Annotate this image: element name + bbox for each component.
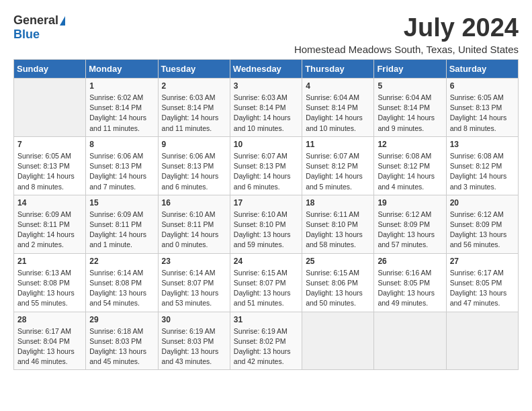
month-title: July 2024 xyxy=(294,13,519,42)
day-info: Sunrise: 6:10 AM Sunset: 8:11 PM Dayligh… xyxy=(162,210,226,250)
header-cell-monday: Monday xyxy=(86,60,158,79)
day-number: 17 xyxy=(234,198,298,208)
day-cell: 27Sunrise: 6:17 AM Sunset: 8:05 PM Dayli… xyxy=(446,253,518,312)
day-info: Sunrise: 6:19 AM Sunset: 8:03 PM Dayligh… xyxy=(162,326,226,367)
day-number: 29 xyxy=(89,315,154,324)
day-cell: 9Sunrise: 6:06 AM Sunset: 8:13 PM Daylig… xyxy=(158,136,230,195)
day-cell xyxy=(446,312,518,370)
day-info: Sunrise: 6:10 AM Sunset: 8:10 PM Dayligh… xyxy=(234,210,298,250)
day-cell: 6Sunrise: 6:05 AM Sunset: 8:13 PM Daylig… xyxy=(446,79,518,137)
calendar-body: 1Sunrise: 6:02 AM Sunset: 8:14 PM Daylig… xyxy=(14,79,519,370)
day-number: 21 xyxy=(17,257,82,266)
day-cell: 26Sunrise: 6:16 AM Sunset: 8:05 PM Dayli… xyxy=(374,253,446,312)
day-number: 28 xyxy=(17,315,82,324)
logo: General Blue xyxy=(13,13,65,42)
day-cell: 11Sunrise: 6:07 AM Sunset: 8:12 PM Dayli… xyxy=(302,136,374,195)
day-info: Sunrise: 6:15 AM Sunset: 8:06 PM Dayligh… xyxy=(306,268,370,309)
day-number: 6 xyxy=(450,81,515,91)
day-cell: 3Sunrise: 6:03 AM Sunset: 8:14 PM Daylig… xyxy=(230,79,302,137)
day-number: 3 xyxy=(234,81,298,91)
day-info: Sunrise: 6:17 AM Sunset: 8:05 PM Dayligh… xyxy=(450,268,515,309)
day-info: Sunrise: 6:13 AM Sunset: 8:08 PM Dayligh… xyxy=(17,268,82,309)
day-number: 25 xyxy=(306,257,370,266)
day-info: Sunrise: 6:12 AM Sunset: 8:09 PM Dayligh… xyxy=(378,210,442,250)
day-number: 11 xyxy=(306,140,370,149)
day-number: 10 xyxy=(234,140,298,149)
day-number: 2 xyxy=(162,81,226,91)
day-number: 26 xyxy=(378,257,442,266)
day-info: Sunrise: 6:07 AM Sunset: 8:13 PM Dayligh… xyxy=(234,151,298,192)
week-row-2: 14Sunrise: 6:09 AM Sunset: 8:11 PM Dayli… xyxy=(14,195,519,253)
day-number: 1 xyxy=(89,81,154,91)
day-number: 24 xyxy=(234,257,298,266)
day-cell: 28Sunrise: 6:17 AM Sunset: 8:04 PM Dayli… xyxy=(14,312,86,370)
header-cell-saturday: Saturday xyxy=(446,60,518,79)
day-cell: 31Sunrise: 6:19 AM Sunset: 8:02 PM Dayli… xyxy=(230,312,302,370)
logo-blue: Blue xyxy=(13,28,40,42)
location-title: Homestead Meadows South, Texas, United S… xyxy=(294,44,519,55)
calendar-header: SundayMondayTuesdayWednesdayThursdayFrid… xyxy=(14,60,519,79)
day-info: Sunrise: 6:03 AM Sunset: 8:14 PM Dayligh… xyxy=(234,93,298,134)
day-number: 31 xyxy=(234,315,298,324)
day-number: 4 xyxy=(306,81,370,91)
day-number: 23 xyxy=(162,257,226,266)
day-info: Sunrise: 6:07 AM Sunset: 8:12 PM Dayligh… xyxy=(306,151,370,192)
day-number: 7 xyxy=(17,140,82,149)
week-row-3: 21Sunrise: 6:13 AM Sunset: 8:08 PM Dayli… xyxy=(14,253,519,312)
logo-triangle-icon xyxy=(60,16,65,26)
day-cell: 15Sunrise: 6:09 AM Sunset: 8:11 PM Dayli… xyxy=(86,195,158,253)
header-cell-wednesday: Wednesday xyxy=(230,60,302,79)
day-cell: 10Sunrise: 6:07 AM Sunset: 8:13 PM Dayli… xyxy=(230,136,302,195)
day-number: 27 xyxy=(450,257,515,266)
day-info: Sunrise: 6:15 AM Sunset: 8:07 PM Dayligh… xyxy=(234,268,298,309)
day-cell xyxy=(302,312,374,370)
calendar: SundayMondayTuesdayWednesdayThursdayFrid… xyxy=(13,59,519,370)
day-info: Sunrise: 6:05 AM Sunset: 8:13 PM Dayligh… xyxy=(450,93,515,134)
day-number: 30 xyxy=(162,315,226,324)
header-row: SundayMondayTuesdayWednesdayThursdayFrid… xyxy=(14,60,519,79)
day-info: Sunrise: 6:02 AM Sunset: 8:14 PM Dayligh… xyxy=(89,93,154,134)
day-info: Sunrise: 6:09 AM Sunset: 8:11 PM Dayligh… xyxy=(17,210,82,250)
day-info: Sunrise: 6:08 AM Sunset: 8:12 PM Dayligh… xyxy=(378,151,442,192)
day-cell xyxy=(374,312,446,370)
day-cell xyxy=(14,79,86,137)
day-info: Sunrise: 6:06 AM Sunset: 8:13 PM Dayligh… xyxy=(162,151,226,192)
day-number: 9 xyxy=(162,140,226,149)
header-cell-thursday: Thursday xyxy=(302,60,374,79)
day-cell: 1Sunrise: 6:02 AM Sunset: 8:14 PM Daylig… xyxy=(86,79,158,137)
week-row-0: 1Sunrise: 6:02 AM Sunset: 8:14 PM Daylig… xyxy=(14,79,519,137)
day-info: Sunrise: 6:17 AM Sunset: 8:04 PM Dayligh… xyxy=(17,326,82,367)
day-cell: 7Sunrise: 6:05 AM Sunset: 8:13 PM Daylig… xyxy=(14,136,86,195)
logo-general: General xyxy=(13,13,58,28)
day-number: 19 xyxy=(378,198,442,208)
day-number: 16 xyxy=(162,198,226,208)
day-cell: 17Sunrise: 6:10 AM Sunset: 8:10 PM Dayli… xyxy=(230,195,302,253)
day-number: 12 xyxy=(378,140,442,149)
day-cell: 29Sunrise: 6:18 AM Sunset: 8:03 PM Dayli… xyxy=(86,312,158,370)
header: General Blue July 2024 Homestead Meadows… xyxy=(13,13,519,55)
day-cell: 30Sunrise: 6:19 AM Sunset: 8:03 PM Dayli… xyxy=(158,312,230,370)
day-cell: 5Sunrise: 6:04 AM Sunset: 8:14 PM Daylig… xyxy=(374,79,446,137)
header-cell-friday: Friday xyxy=(374,60,446,79)
day-number: 18 xyxy=(306,198,370,208)
day-cell: 22Sunrise: 6:14 AM Sunset: 8:08 PM Dayli… xyxy=(86,253,158,312)
day-number: 14 xyxy=(17,198,82,208)
day-info: Sunrise: 6:19 AM Sunset: 8:02 PM Dayligh… xyxy=(234,326,298,367)
day-info: Sunrise: 6:14 AM Sunset: 8:07 PM Dayligh… xyxy=(162,268,226,309)
day-number: 20 xyxy=(450,198,515,208)
day-info: Sunrise: 6:12 AM Sunset: 8:09 PM Dayligh… xyxy=(450,210,515,250)
day-info: Sunrise: 6:14 AM Sunset: 8:08 PM Dayligh… xyxy=(89,268,154,309)
day-cell: 2Sunrise: 6:03 AM Sunset: 8:14 PM Daylig… xyxy=(158,79,230,137)
day-info: Sunrise: 6:05 AM Sunset: 8:13 PM Dayligh… xyxy=(17,151,82,192)
day-number: 5 xyxy=(378,81,442,91)
day-info: Sunrise: 6:06 AM Sunset: 8:13 PM Dayligh… xyxy=(89,151,154,192)
title-area: July 2024 Homestead Meadows South, Texas… xyxy=(294,13,519,55)
day-info: Sunrise: 6:03 AM Sunset: 8:14 PM Dayligh… xyxy=(162,93,226,134)
day-info: Sunrise: 6:04 AM Sunset: 8:14 PM Dayligh… xyxy=(306,93,370,134)
day-info: Sunrise: 6:09 AM Sunset: 8:11 PM Dayligh… xyxy=(89,210,154,250)
day-cell: 4Sunrise: 6:04 AM Sunset: 8:14 PM Daylig… xyxy=(302,79,374,137)
day-info: Sunrise: 6:11 AM Sunset: 8:10 PM Dayligh… xyxy=(306,210,370,250)
day-cell: 14Sunrise: 6:09 AM Sunset: 8:11 PM Dayli… xyxy=(14,195,86,253)
day-cell: 13Sunrise: 6:08 AM Sunset: 8:12 PM Dayli… xyxy=(446,136,518,195)
header-cell-sunday: Sunday xyxy=(14,60,86,79)
